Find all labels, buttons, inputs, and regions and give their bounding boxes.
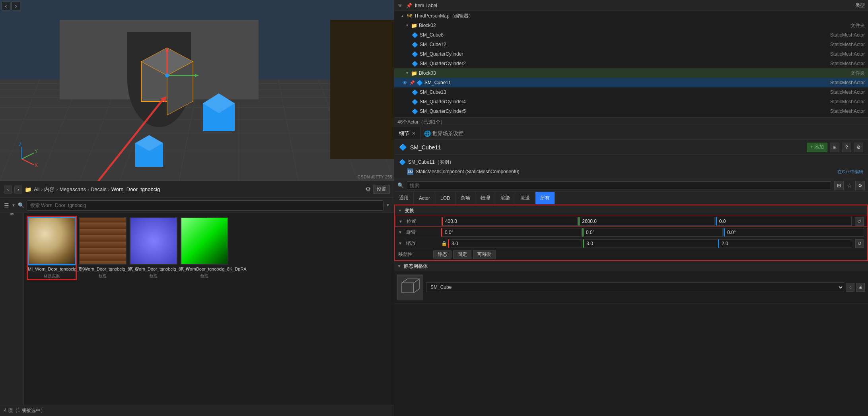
cat-tab-all[interactable]: 所有: [535, 192, 555, 204]
expand-static-mesh[interactable]: ▼: [397, 264, 401, 268]
tab-world-settings[interactable]: 🌐 世界场景设置: [421, 127, 467, 139]
viewport-nav-forward[interactable]: ›: [12, 2, 20, 10]
filter-icon[interactable]: ☰: [4, 202, 9, 209]
component-link[interactable]: 在C++中编辑: [837, 169, 863, 175]
asset-item-0[interactable]: MI_Worn_Door_tgnobcig_8K 材质实例: [28, 217, 76, 279]
filter-expand[interactable]: ▼: [12, 203, 16, 207]
mobility-stationary[interactable]: 固定: [453, 250, 471, 259]
static-mesh-select[interactable]: SM_Cube: [426, 282, 844, 292]
location-y[interactable]: 2600.0: [578, 217, 714, 226]
asset-item-1[interactable]: T_Worn_Door_tgnobcig_8K_D 纹理: [79, 217, 127, 279]
asset-item-2[interactable]: T_Worn_Door_tgnobcig_8K_N 纹理: [130, 217, 177, 279]
outliner-item-smqc1[interactable]: 🔷 SM_QuarterCylinder StaticMeshActor: [394, 49, 868, 59]
scale-expand[interactable]: ▼: [398, 241, 402, 246]
asset-item-3[interactable]: T_WornDoor_tgnobcig_8K_DpRA 纹理: [181, 217, 228, 279]
breadcrumb-worn-door[interactable]: Worn_Door_tgnobcig: [111, 186, 160, 192]
svg-text:Z: Z: [19, 142, 21, 147]
item-type-smqc2: StaticMeshActor: [830, 61, 868, 66]
mesh-select-btn[interactable]: ⊞: [856, 283, 865, 292]
detail-category-tabs: 通用 Actor LOD 杂项 物理 渲染 流送 所有: [394, 192, 868, 205]
breadcrumb-decals[interactable]: Decals: [91, 186, 107, 192]
static-mesh-header: ▼ 静态网格体: [394, 261, 868, 271]
layout-icon-btn[interactable]: ⊞: [830, 143, 839, 152]
location-expand[interactable]: ▼: [399, 219, 403, 224]
cat-tab-actor[interactable]: Actor: [414, 192, 435, 204]
scale-x[interactable]: 3.0: [448, 239, 582, 248]
outliner-item-smqc4[interactable]: 🔷 SM_QuarterCylinder4 StaticMeshActor: [394, 97, 868, 106]
static-mesh-selector: SM_Cube ‹ ⊞: [426, 282, 865, 292]
cat-tab-render[interactable]: 渲染: [496, 192, 515, 204]
viewport[interactable]: Y X Z ‹ › CSDN @TTY 255: [0, 0, 394, 181]
tab-details-label: 细节: [399, 130, 409, 137]
question-icon-btn[interactable]: ?: [842, 143, 851, 152]
viewport-nav-controls[interactable]: ‹ ›: [2, 2, 20, 10]
location-z[interactable]: 0.0: [716, 217, 852, 226]
item-type-smcube11: StaticMeshActor: [830, 80, 868, 85]
expand-transform[interactable]: ▼: [398, 209, 402, 213]
outliner-item-smcube13[interactable]: 🔷 SM_Cube13 StaticMeshActor: [394, 87, 868, 97]
cat-tab-streaming[interactable]: 流送: [516, 192, 535, 204]
cat-tab-lod[interactable]: LOD: [436, 192, 455, 204]
asset-sidebar: 实例: [0, 213, 24, 405]
breadcrumb-content[interactable]: 内容: [44, 186, 54, 193]
scale-y[interactable]: 3.0: [583, 239, 717, 248]
tab-details[interactable]: 细节 ✕: [394, 127, 421, 139]
breadcrumb-all[interactable]: All: [34, 186, 39, 192]
asset-thumb-2: [130, 217, 177, 265]
breadcrumb-megascans[interactable]: Megascans: [59, 186, 86, 192]
outliner-item-block02[interactable]: ▼ 📁 Block02 文件夹: [394, 21, 868, 30]
asset-grid: MI_Worn_Door_tgnobcig_8K 材质实例 T_Worn_Doo…: [24, 213, 394, 405]
settings-icon-btn[interactable]: ⚙: [854, 143, 863, 152]
table-view-btn[interactable]: ⊞: [834, 181, 844, 190]
outliner-item-smqc2[interactable]: 🔷 SM_QuarterCylinder2 StaticMeshActor: [394, 59, 868, 68]
nav-forward-btn[interactable]: ›: [14, 186, 22, 193]
rotation-x[interactable]: 0.0°: [441, 228, 582, 237]
mobility-static[interactable]: 静态: [433, 250, 452, 259]
cat-tab-misc[interactable]: 杂项: [456, 192, 475, 204]
search-dropdown[interactable]: ▼: [386, 203, 390, 207]
item-type-smcube13: StaticMeshActor: [830, 89, 868, 95]
cat-tab-general[interactable]: 通用: [394, 192, 414, 204]
rotation-y[interactable]: 0.0°: [582, 228, 723, 237]
rotation-expand[interactable]: ▼: [398, 230, 402, 234]
detail-search-input[interactable]: [407, 181, 831, 190]
viewport-nav-back[interactable]: ‹: [2, 2, 10, 10]
outliner-item-smcube8[interactable]: 🔷 SM_Cube8 StaticMeshActor: [394, 30, 868, 40]
outliner-header: 👁 📌 Item Label 类型: [394, 0, 868, 11]
outliner-item-smcube12[interactable]: 🔷 SM_Cube12 StaticMeshActor: [394, 40, 868, 49]
scale-reset-btn[interactable]: ↺: [855, 239, 864, 248]
mobility-movable[interactable]: 可移动: [473, 250, 496, 259]
item-text-smcube12: SM_Cube12: [420, 42, 829, 47]
mesh-icon-smcube12: 🔷: [412, 41, 418, 48]
settings-button[interactable]: 设置: [373, 185, 390, 194]
pin-icon-smcube11[interactable]: 📌: [409, 80, 415, 85]
mesh-icon-smqc5: 🔷: [412, 108, 418, 114]
component-row: SM StaticMeshComponent (StaticMeshCompon…: [399, 167, 863, 176]
lock-icon[interactable]: 🔒: [441, 241, 447, 246]
scale-z[interactable]: 2.0: [718, 239, 852, 248]
location-reset-btn[interactable]: ↺: [855, 217, 864, 226]
outliner-content: ▲ 🗺 ThirdPersonMap（编辑器） ▼ 📁 Block02 文件夹: [394, 11, 868, 117]
scale-row: ▼ 缩放 🔒 3.0 3.0 2.0 ↺: [395, 238, 867, 249]
asset-type-2: 纹理: [130, 273, 177, 279]
location-x[interactable]: 400.0: [442, 217, 578, 226]
mesh-back-btn[interactable]: ‹: [846, 283, 854, 292]
expand-icon-map: ▲: [401, 14, 405, 18]
nav-back-btn[interactable]: ‹: [4, 186, 12, 193]
outliner-item-thirdpersonmap[interactable]: ▲ 🗺 ThirdPersonMap（编辑器）: [394, 11, 868, 21]
expand-icon-block02: ▼: [405, 23, 409, 27]
outliner-item-smqc5[interactable]: 🔷 SM_QuarterCylinder5 StaticMeshActor: [394, 106, 868, 116]
tab-details-close[interactable]: ✕: [412, 131, 416, 136]
search-container[interactable]: [27, 200, 383, 211]
cat-tab-physics[interactable]: 物理: [476, 192, 495, 204]
settings-detail-btn[interactable]: ⚙: [855, 181, 865, 190]
asset-browser-header: ‹ › 📁 All › 内容 › Megascans › Decals › Wo…: [0, 181, 394, 198]
star-icon-btn[interactable]: ☆: [847, 182, 852, 189]
rotation-z[interactable]: 0.0°: [724, 228, 864, 237]
main-container: Y X Z ‹ › CSDN @TTY 255 ‹ › 📁: [0, 0, 868, 416]
outliner-item-block03[interactable]: ▼ 📁 Block03 文件夹: [394, 68, 868, 78]
outliner-item-smcube11[interactable]: 👁 📌 🔷 SM_Cube11 StaticMeshActor: [394, 78, 868, 87]
visibility-icon-smcube11[interactable]: 👁: [402, 80, 408, 85]
add-button[interactable]: + 添加: [807, 143, 827, 152]
search-input[interactable]: [30, 203, 380, 208]
